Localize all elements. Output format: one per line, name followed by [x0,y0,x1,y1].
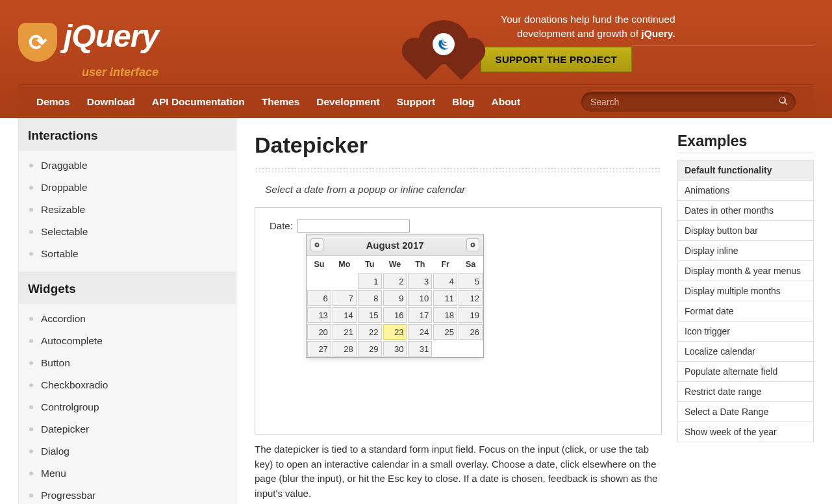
sidebar-item-controlgroup[interactable]: Controlgroup [19,396,236,418]
day-27[interactable]: 27 [307,341,331,357]
nav-blog[interactable]: Blog [452,96,474,108]
weekday-su: Su [307,256,332,273]
heart-icon [418,20,469,64]
day-22[interactable]: 22 [358,324,382,340]
example-select-a-date-range[interactable]: Select a Date Range [678,402,813,422]
day-6[interactable]: 6 [307,290,331,306]
day-26[interactable]: 26 [459,324,483,340]
day-empty [307,273,331,289]
day-21[interactable]: 21 [333,324,357,340]
day-14[interactable]: 14 [333,307,357,323]
example-animations[interactable]: Animations [678,181,813,201]
day-17[interactable]: 17 [408,307,432,323]
example-icon-trigger[interactable]: Icon trigger [678,321,813,342]
day-empty [333,273,357,289]
day-28[interactable]: 28 [333,341,357,357]
weekday-mo: Mo [332,256,357,273]
day-5[interactable]: 5 [459,273,483,289]
sidebar-item-menu[interactable]: Menu [19,462,236,485]
day-23[interactable]: 23 [383,324,407,340]
search-input[interactable] [581,92,796,112]
day-29[interactable]: 29 [358,341,382,357]
prev-month-button[interactable] [310,238,323,251]
date-input[interactable] [297,220,410,233]
example-populate-alternate-field[interactable]: Populate alternate field [678,362,813,382]
sidebar-item-resizable[interactable]: Resizable [19,199,236,221]
example-show-week-of-the-year[interactable]: Show week of the year [678,422,813,442]
logo-sub-text: user interface [64,66,158,78]
example-restrict-date-range[interactable]: Restrict date range [678,382,813,402]
weekday-we: We [383,256,408,273]
jquery-ui-logo[interactable]: ⟳ jQuery user interface [18,6,158,78]
example-display-multiple-months[interactable]: Display multiple months [678,281,813,301]
nav-themes[interactable]: Themes [262,96,300,108]
nav-api-documentation[interactable]: API Documentation [152,96,245,108]
examples-title: Examples [677,132,814,153]
day-8[interactable]: 8 [358,290,382,306]
subtitle: Select a date from a popup or inline cal… [265,184,662,195]
sidebar-item-selectable[interactable]: Selectable [19,221,236,243]
search-icon[interactable] [779,96,788,107]
datepicker-title: August 2017 [366,240,423,251]
sidebar-item-progressbar[interactable]: Progressbar [19,485,236,504]
sidebar: InteractionsDraggableDroppableResizableS… [18,118,236,504]
day-15[interactable]: 15 [358,307,382,323]
day-20[interactable]: 20 [307,324,331,340]
nav-download[interactable]: Download [87,96,135,108]
sidebar-item-sortable[interactable]: Sortable [19,243,236,265]
nav-support[interactable]: Support [397,96,435,108]
sidebar-item-checkboxradio[interactable]: Checkboxradio [19,374,236,396]
day-25[interactable]: 25 [433,324,457,340]
day-7[interactable]: 7 [333,290,357,306]
example-format-date[interactable]: Format date [678,301,813,321]
logo-icon: ⟳ [18,23,57,62]
datepicker-popup: August 2017 SuMoTuWeThFrSa 1234567891011… [306,234,484,358]
day-31[interactable]: 31 [408,341,432,357]
description-text: The datepicker is tied to a standard for… [255,442,662,501]
day-12[interactable]: 12 [459,290,483,306]
day-30[interactable]: 30 [383,341,407,357]
day-18[interactable]: 18 [433,307,457,323]
example-dates-in-other-months[interactable]: Dates in other months [678,201,813,221]
day-2[interactable]: 2 [383,273,407,289]
sidebar-item-accordion[interactable]: Accordion [19,308,236,330]
example-display-inline[interactable]: Display inline [678,241,813,261]
demo-frame: Date: August 2017 SuMoTuWeThFrSa [255,207,662,435]
nav-development[interactable]: Development [316,96,379,108]
examples-panel: Examples Default functionalityAnimations… [677,132,814,501]
sidebar-item-autocomplete[interactable]: Autocomplete [19,330,236,352]
divider [255,167,662,172]
page-title: Datepicker [255,132,662,158]
sidebar-item-draggable[interactable]: Draggable [19,155,236,177]
day-10[interactable]: 10 [408,290,432,306]
weekday-sa: Sa [458,256,483,273]
day-13[interactable]: 13 [307,307,331,323]
sidebar-item-droppable[interactable]: Droppable [19,177,236,199]
day-1[interactable]: 1 [358,273,382,289]
day-19[interactable]: 19 [459,307,483,323]
nav-about[interactable]: About [491,96,520,108]
day-4[interactable]: 4 [433,273,457,289]
sidebar-item-datepicker[interactable]: Datepicker [19,418,236,440]
support-project-button[interactable]: SUPPORT THE PROJECT [481,47,632,72]
weekday-fr: Fr [433,256,458,273]
day-16[interactable]: 16 [383,307,407,323]
sidebar-group-widgets: Widgets [19,271,236,304]
weekday-th: Th [407,256,433,273]
day-3[interactable]: 3 [408,273,432,289]
example-display-button-bar[interactable]: Display button bar [678,221,813,241]
day-24[interactable]: 24 [408,324,432,340]
sidebar-item-button[interactable]: Button [19,352,236,374]
sidebar-item-dialog[interactable]: Dialog [19,440,236,462]
logo-main-text: jQuery [64,6,158,65]
example-localize-calendar[interactable]: Localize calendar [678,342,813,362]
day-9[interactable]: 9 [383,290,407,306]
nav-demos[interactable]: Demos [36,96,70,108]
jquery-icon [436,37,451,51]
sidebar-group-interactions: Interactions [19,118,236,151]
example-display-month-year-menus[interactable]: Display month & year menus [678,261,813,281]
date-label: Date: [270,220,293,231]
example-default-functionality[interactable]: Default functionality [678,160,813,181]
day-11[interactable]: 11 [433,290,457,306]
next-month-button[interactable] [466,238,479,251]
